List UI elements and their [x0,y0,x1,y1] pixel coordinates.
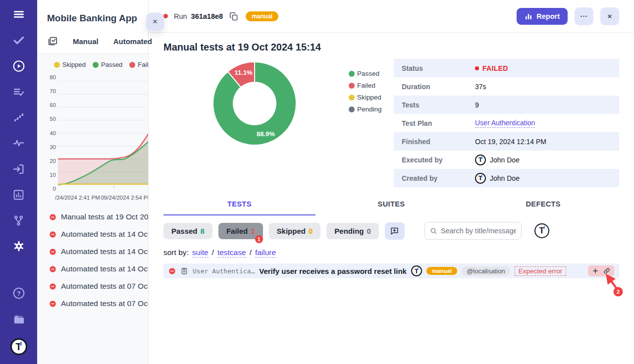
tab-defects[interactable]: DEFECTS [467,200,619,215]
y-tick: 10 [50,172,56,178]
runs-list: Manual tests at 19 Oct 2024Automated tes… [43,212,148,308]
bar-chart-icon [525,12,532,20]
run-list-item[interactable]: Automated tests at 07 Oct 2 [49,299,148,308]
failed-run-icon [49,283,56,290]
legend-item: Failed [129,61,148,68]
copy-run-id-button[interactable] [229,11,240,22]
report-chart-icon[interactable] [12,188,25,201]
failed-dot-icon [475,66,479,70]
svg-text:88.9%: 88.9% [257,130,275,138]
run-list-item[interactable]: Automated tests at 14 Oct 2 [49,264,148,273]
run-list-item[interactable]: Manual tests at 19 Oct 2024 [49,212,148,221]
settings-gear-icon[interactable] [12,240,25,253]
activity-icon[interactable] [12,137,25,150]
runs-type-tabs: Manual Automated [37,32,148,54]
run-topbar: Run 361a18e8 manual Report ··· × [149,0,634,33]
sign-in-icon[interactable] [12,162,25,175]
link-icon[interactable] [603,267,610,274]
legend-item: Passed [93,61,122,68]
steps-icon[interactable] [12,111,25,124]
list-check-icon[interactable] [12,85,25,98]
sort-by-testcase[interactable]: testcase [217,248,246,258]
help-icon[interactable]: ? [12,287,25,300]
add-comment-button[interactable] [385,222,405,240]
branch-icon[interactable] [12,214,25,227]
assignee-filter-avatar[interactable]: T [534,223,549,238]
filter-passed-button[interactable]: Passed8 [163,223,212,239]
select-runs-icon[interactable] [47,36,58,47]
run-id: 361a18e8 [191,12,223,20]
test-tag[interactable]: @localisation [462,266,510,276]
info-row-finished: Finished Oct 19, 2024 12:14 PM [394,132,619,151]
tab-suites[interactable]: SUITES [316,200,468,215]
annotation-step-2: 2 [617,289,620,295]
legend-item: Failed [349,82,382,89]
user-avatar[interactable]: T [10,338,27,355]
folder-icon[interactable] [12,312,25,325]
user-avatar: T [475,173,486,184]
panel-close-button[interactable]: × [146,13,164,31]
failed-run-icon [49,213,56,221]
check-icon[interactable] [12,34,25,47]
trend-legend: SkippedPassedFailed [43,61,148,68]
x-tick: 09/24/2024 2:54 PM [101,195,148,201]
result-tabs: TESTS SUITES DEFECTS [163,200,619,215]
run-list-item[interactable]: Automated tests at 14 Oct 2 [49,247,148,256]
filter-failed-button[interactable]: Failed1 1 [218,223,263,239]
y-tick: 40 [50,130,56,136]
run-info-table: Status FAILED Duration 37s Tests 9 Test … [394,59,619,187]
failed-run-icon [49,265,56,273]
info-row-duration: Duration 37s [394,77,619,96]
trend-plot [58,75,148,192]
legend-item: Skipped [349,94,382,101]
project-title: Mobile Banking App [47,13,138,24]
more-button[interactable]: ··· [575,7,593,25]
filter-skipped-button[interactable]: Skipped0 [269,223,321,239]
comment-plus-icon [390,226,399,236]
run-list-item[interactable]: Automated tests at 07 Oct 2 [49,282,148,291]
tab-automated[interactable]: Automated [113,37,152,46]
y-tick: 60 [50,102,56,108]
trend-y-axis: 80706050403020100 [43,75,58,192]
info-row-tests: Tests 9 [394,96,619,114]
legend-item: Pending [349,105,382,113]
menu-icon[interactable] [12,8,25,21]
run-type-badge: manual [246,11,278,21]
test-plan-link[interactable]: User Authentication [475,119,535,128]
trend-chart: 80706050403020100 [43,75,148,192]
search-box [424,222,522,240]
sort-by-failure[interactable]: failure [255,248,276,258]
y-tick: 80 [50,74,56,80]
filter-pending-button[interactable]: Pending0 [326,223,379,239]
suite-name[interactable]: User Authentica… [193,267,255,275]
project-panel: Mobile Banking App × Manual Automated Sk… [37,0,149,364]
donut-legend: PassedFailedSkippedPending [349,70,382,113]
close-run-button[interactable]: × [600,7,619,25]
tab-tests[interactable]: TESTS [163,200,316,215]
play-circle-icon[interactable] [12,59,25,72]
sort-by-suite[interactable]: suite [192,248,209,258]
x-tick: /24/2024 2:41 PM [55,195,100,201]
project-panel-header: Mobile Banking App × [37,0,148,32]
add-icon[interactable] [592,267,599,274]
run-summary: 88.9%11.1% PassedFailedSkippedPending St… [163,59,619,187]
donut-chart: 88.9%11.1% [210,59,299,148]
y-tick: 30 [50,144,56,150]
search-input[interactable] [441,227,516,235]
run-list-item[interactable]: Automated tests at 14 Oct 2 [49,230,148,239]
report-button[interactable]: Report [517,8,568,25]
trend-x-axis: /24/2024 2:41 PM 09/24/2024 2:54 PM [55,195,148,201]
info-row-created-by: Created by TJohn Doe [394,169,619,187]
y-tick: 0 [53,186,56,192]
legend-item: Passed [349,70,382,77]
tab-manual[interactable]: Manual [73,37,99,46]
search-icon [430,227,437,235]
test-title[interactable]: Verify user receives a password reset li… [259,267,407,275]
svg-text:11.1%: 11.1% [235,69,253,76]
annotation-step-1: 1 [255,235,263,243]
failed-run-icon [49,300,56,308]
svg-text:?: ? [17,290,21,297]
failed-run-icon [49,231,56,238]
sort-label: sort by: [163,248,189,257]
test-result-row[interactable]: User Authentica… Verify user receives a … [163,263,619,278]
